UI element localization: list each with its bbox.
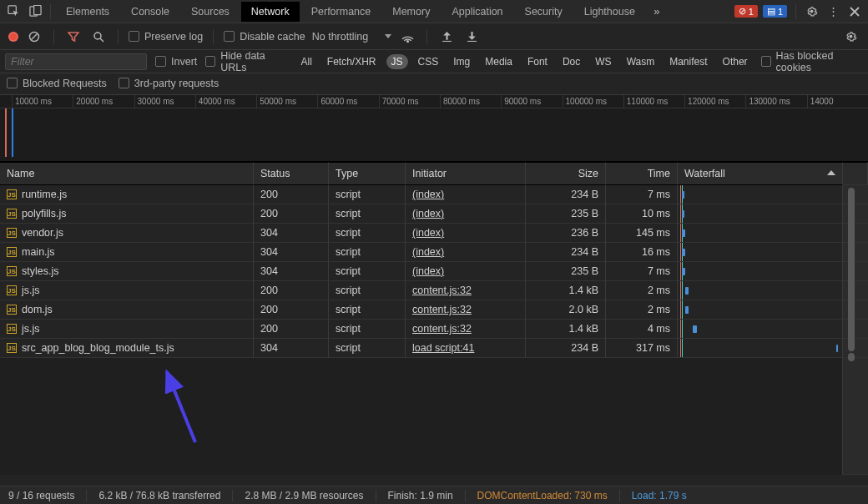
request-initiator[interactable]: (index) — [406, 262, 526, 281]
type-chip-other[interactable]: Other — [718, 54, 753, 69]
tab-lighthouse[interactable]: Lighthouse — [574, 2, 645, 22]
request-name[interactable]: JSstyles.js — [0, 262, 254, 281]
search-icon[interactable] — [89, 28, 108, 46]
request-status: 200 — [254, 185, 329, 204]
scrollbar-thumb[interactable] — [848, 353, 855, 361]
waterfall-bar — [682, 191, 684, 199]
request-status: 304 — [254, 243, 329, 262]
tab-performance[interactable]: Performance — [301, 2, 381, 22]
error-count-badge[interactable]: ⊘ 1 — [734, 5, 758, 18]
initiator-link[interactable]: (index) — [412, 246, 444, 258]
type-chip-css[interactable]: CSS — [413, 54, 444, 69]
type-chip-manifest[interactable]: Manifest — [664, 54, 712, 69]
scrollbar-track[interactable] — [843, 300, 868, 320]
blocked-requests-checkbox[interactable]: Blocked Requests — [7, 78, 107, 89]
settings-gear-icon[interactable] — [841, 28, 860, 46]
type-chip-img[interactable]: Img — [448, 54, 475, 69]
initiator-link[interactable]: (index) — [412, 208, 444, 219]
tab-console[interactable]: Console — [121, 2, 179, 22]
scrollbar-track[interactable] — [843, 339, 868, 358]
clear-icon[interactable] — [25, 28, 43, 46]
scrollbar-thumb[interactable] — [848, 188, 855, 351]
request-name[interactable]: JSjs.js — [0, 281, 254, 300]
request-initiator[interactable]: load script:41 — [406, 339, 526, 358]
timeline-overview[interactable]: 10000 ms20000 ms30000 ms40000 ms50000 ms… — [0, 95, 868, 162]
preserve-log-checkbox[interactable]: Preserve log — [129, 31, 203, 43]
scrollbar-track[interactable] — [843, 262, 868, 281]
request-name[interactable]: JSsrc_app_blog_blog_module_ts.js — [0, 339, 254, 358]
scrollbar-track[interactable] — [843, 320, 868, 339]
scrollbar-track[interactable] — [843, 185, 868, 204]
scrollbar-track[interactable] — [843, 358, 868, 475]
record-button[interactable] — [8, 32, 18, 42]
scrollbar-track[interactable] — [843, 224, 868, 243]
col-initiator[interactable]: Initiator — [406, 162, 526, 185]
col-waterfall[interactable]: Waterfall — [678, 162, 843, 185]
request-initiator[interactable]: (index) — [406, 185, 526, 204]
inspect-icon[interactable] — [3, 2, 23, 22]
tab-security[interactable]: Security — [515, 2, 573, 22]
svg-point-5 — [406, 40, 408, 42]
type-chip-fetchxhr[interactable]: Fetch/XHR — [322, 54, 381, 69]
network-conditions-icon[interactable] — [398, 28, 416, 46]
request-initiator[interactable]: (index) — [406, 224, 526, 243]
invert-checkbox[interactable]: Invert — [155, 56, 197, 68]
hide-data-urls-checkbox[interactable]: Hide data URLs — [205, 50, 287, 73]
third-party-checkbox[interactable]: 3rd-party requests — [119, 78, 219, 89]
type-chip-js[interactable]: JS — [386, 54, 408, 69]
initiator-link[interactable]: (index) — [412, 265, 444, 277]
tab-elements[interactable]: Elements — [56, 2, 119, 22]
request-initiator[interactable]: (index) — [406, 243, 526, 262]
request-initiator[interactable]: content.js:32 — [406, 300, 526, 320]
close-icon[interactable] — [845, 2, 865, 22]
download-icon[interactable] — [462, 28, 481, 46]
filter-input[interactable] — [5, 53, 147, 70]
request-type: script — [329, 300, 406, 320]
initiator-link[interactable]: (index) — [412, 189, 444, 200]
type-chip-media[interactable]: Media — [480, 54, 517, 69]
request-name[interactable]: JSruntime.js — [0, 185, 254, 204]
scrollbar-track[interactable] — [843, 281, 868, 300]
type-chip-ws[interactable]: WS — [590, 54, 616, 69]
filter-icon[interactable] — [64, 28, 83, 46]
kebab-menu-icon[interactable]: ⋮ — [823, 2, 843, 22]
col-size[interactable]: Size — [526, 162, 606, 185]
request-name[interactable]: JSmain.js — [0, 243, 254, 262]
request-initiator[interactable]: content.js:32 — [406, 281, 526, 300]
request-name[interactable]: JSjs.js — [0, 320, 254, 339]
request-name[interactable]: JSpolyfills.js — [0, 204, 254, 224]
request-initiator[interactable]: content.js:32 — [406, 320, 526, 339]
info-count-badge[interactable]: ▤ 1 — [763, 5, 787, 18]
device-toggle-icon[interactable] — [25, 2, 45, 22]
initiator-link[interactable]: content.js:32 — [412, 285, 472, 296]
chevron-double-right-icon[interactable]: » — [647, 2, 667, 22]
disable-cache-checkbox[interactable]: Disable cache — [224, 31, 305, 43]
dcl-marker — [680, 243, 681, 261]
col-time[interactable]: Time — [606, 162, 678, 185]
request-time: 145 ms — [606, 224, 678, 243]
request-name[interactable]: JSdom.js — [0, 300, 254, 320]
scrollbar-track[interactable] — [843, 204, 868, 224]
tab-memory[interactable]: Memory — [382, 2, 440, 22]
request-initiator[interactable]: (index) — [406, 204, 526, 224]
col-status[interactable]: Status — [254, 162, 329, 185]
has-blocked-cookies-checkbox[interactable]: Has blocked cookies — [761, 50, 863, 73]
col-type[interactable]: Type — [329, 162, 406, 185]
initiator-link[interactable]: content.js:32 — [412, 323, 472, 335]
initiator-link[interactable]: content.js:32 — [412, 304, 472, 315]
initiator-link[interactable]: load script:41 — [412, 342, 474, 354]
scrollbar-track[interactable] — [843, 243, 868, 262]
tab-sources[interactable]: Sources — [181, 2, 240, 22]
tab-network[interactable]: Network — [241, 2, 300, 22]
col-name[interactable]: Name — [0, 162, 254, 185]
type-chip-wasm[interactable]: Wasm — [622, 54, 660, 69]
request-name[interactable]: JSvendor.js — [0, 224, 254, 243]
type-chip-doc[interactable]: Doc — [558, 54, 585, 69]
upload-icon[interactable] — [437, 28, 456, 46]
type-chip-all[interactable]: All — [296, 54, 317, 69]
initiator-link[interactable]: (index) — [412, 227, 444, 239]
tab-application[interactable]: Application — [442, 2, 512, 22]
type-chip-font[interactable]: Font — [522, 54, 553, 69]
gear-icon[interactable] — [801, 2, 821, 22]
throttling-select[interactable]: No throttling — [312, 31, 391, 43]
